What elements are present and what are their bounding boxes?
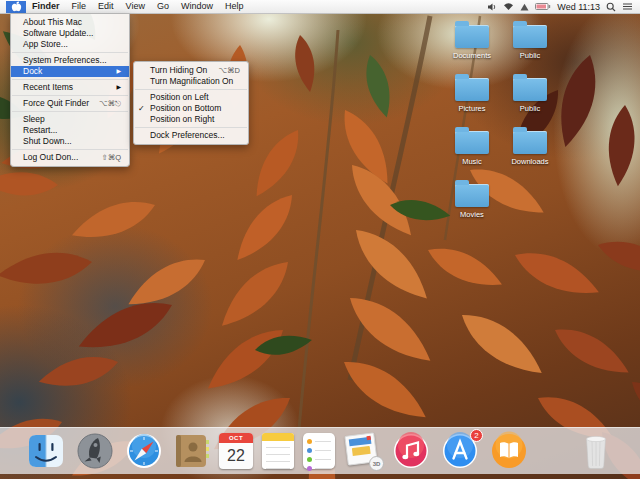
desktop-folder-pictures[interactable]: Pictures [442,73,502,113]
desktop-folder-public-2[interactable]: Public [500,73,560,113]
menubar-menu-window[interactable]: Window [175,0,219,14]
menu-separator [12,95,128,96]
submenu-arrow-icon: ▶ [116,66,121,77]
safari-compass-icon [124,431,164,471]
battery-icon[interactable] [535,2,551,11]
menu-item-restart[interactable]: Restart... [11,125,129,136]
dock-submenu: Turn Hiding On ⌥⌘D Turn Magnification On… [133,61,249,145]
dock-item-reminders[interactable] [303,429,335,473]
desktop-folder-public-1[interactable]: Public [500,20,560,60]
menubar-menu-file[interactable]: File [66,0,93,14]
apple-menu: About This Mac Software Update... App St… [10,14,130,167]
folder-label: Public [500,104,560,113]
wifi-icon[interactable] [503,2,514,11]
desktop-folder-downloads[interactable]: Downloads [500,126,560,166]
folder-icon [513,78,547,101]
folder-icon [513,131,547,154]
desktop: Finder File Edit View Go Window Help Wed… [0,0,640,479]
apple-menu-button[interactable] [6,1,26,13]
notes-icon [262,433,294,469]
menu-separator [12,79,128,80]
menu-item-position-on-left[interactable]: Position on Left [134,92,248,103]
folder-icon [455,184,489,207]
menu-item-shut-down[interactable]: Shut Down... [11,136,129,147]
menu-separator [135,127,247,128]
menubar-menu-edit[interactable]: Edit [92,0,120,14]
menu-separator [12,149,128,150]
menu-item-about-this-mac[interactable]: About This Mac [11,17,129,28]
calendar-day: 22 [219,443,253,468]
shortcut-label: ⌥⌘⎋ [99,98,121,109]
folder-icon [455,25,489,48]
menu-item-dock[interactable]: Dock ▶ [11,66,129,77]
dock-item-contacts[interactable] [173,429,210,473]
reminders-icon [303,433,335,469]
menu-item-force-quit-finder[interactable]: Force Quit Finder ⌥⌘⎋ [11,98,129,109]
calendar-icon: OCT 22 [219,433,253,469]
menu-item-recent-items[interactable]: Recent Items ▶ [11,82,129,93]
finder-icon [26,431,66,471]
folder-icon [455,131,489,154]
folder-label: Downloads [500,157,560,166]
menu-item-dock-preferences[interactable]: Dock Preferences... [134,130,248,141]
folder-label: Movies [442,210,502,219]
menu-item-software-update[interactable]: Software Update... [11,28,129,39]
menubar-menu-go[interactable]: Go [151,0,175,14]
calendar-month: OCT [219,433,253,443]
menu-separator [135,89,247,90]
3d-badge: 3D [369,456,384,471]
volume-icon[interactable] [487,2,497,12]
notification-center-icon[interactable] [622,2,633,11]
menu-item-position-on-right[interactable]: Position on Right [134,114,248,125]
app-store-badge: 2 [470,429,483,442]
folder-icon [513,25,547,48]
desktop-folder-movies[interactable]: Movies [442,179,502,219]
menu-item-position-on-bottom[interactable]: ✓ Position on Bottom [134,103,248,114]
shortcut-label: ⇧⌘Q [101,152,121,163]
menubar-menu-help[interactable]: Help [219,0,250,14]
menu-item-turn-magnification-on[interactable]: Turn Magnification On [134,76,248,87]
menu-bar: Finder File Edit View Go Window Help Wed… [0,0,640,14]
menu-separator [12,111,128,112]
dock-item-books[interactable] [489,429,529,473]
checkmark-icon: ✓ [138,103,145,114]
dock-item-3d-viewer[interactable]: 3D [344,429,382,473]
desktop-folder-music[interactable]: Music [442,126,502,166]
dock-item-trash[interactable] [580,429,612,473]
postcard-3d-icon: 3D [344,430,382,472]
books-icon [489,431,529,471]
dock-item-notes[interactable] [262,429,294,473]
folder-icon [455,78,489,101]
folder-label: Pictures [442,104,502,113]
desktop-folder-documents[interactable]: Documents [442,20,502,60]
menubar-menu-finder[interactable]: Finder [26,0,66,14]
menu-item-app-store[interactable]: App Store... [11,39,129,50]
menu-item-sleep[interactable]: Sleep [11,114,129,125]
apple-icon [11,1,22,13]
dock-item-launchpad[interactable] [75,429,115,473]
menu-separator [12,52,128,53]
menu-item-log-out[interactable]: Log Out Don... ⇧⌘Q [11,152,129,163]
menu-item-turn-hiding-on[interactable]: Turn Hiding On ⌥⌘D [134,65,248,76]
launchpad-rocket-icon [75,431,115,471]
dock-item-finder[interactable] [26,429,66,473]
folder-label: Documents [442,51,502,60]
trash-icon [580,430,612,472]
menubar-menu-view[interactable]: View [120,0,151,14]
dock-item-app-store[interactable]: 2 [440,429,480,473]
contacts-book-icon [173,431,210,471]
dock-item-itunes[interactable] [391,429,431,473]
spotlight-icon[interactable] [606,2,616,12]
folder-label: Public [500,51,560,60]
status-triangle-icon[interactable] [520,3,529,11]
shortcut-label: ⌥⌘D [218,65,240,76]
menu-item-system-preferences[interactable]: System Preferences... [11,55,129,66]
submenu-arrow-icon: ▶ [116,82,121,93]
dock-item-calendar[interactable]: OCT 22 [219,429,253,473]
itunes-music-icon [391,431,431,471]
folder-label: Music [442,157,502,166]
dock-item-safari[interactable] [124,429,164,473]
menubar-clock[interactable]: Wed 11:13 [557,2,600,12]
dock: OCT 22 [0,427,640,474]
